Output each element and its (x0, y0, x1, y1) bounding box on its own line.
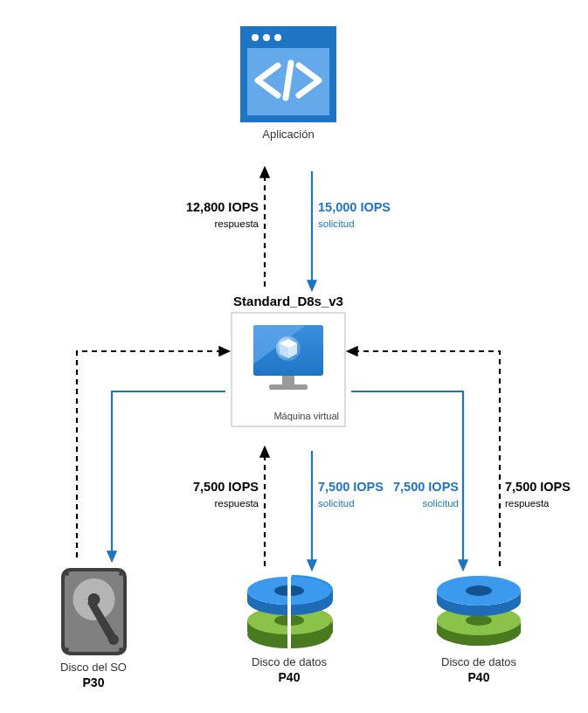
vm-to-app-response-sub: respuesta (214, 218, 259, 229)
svg-rect-32 (287, 573, 291, 654)
svg-rect-8 (282, 376, 294, 384)
data-disk-2-icon (437, 576, 521, 646)
svg-point-4 (274, 34, 281, 41)
hard-disk-icon (61, 568, 127, 655)
svg-point-17 (119, 572, 122, 576)
disk1-response-sub: respuesta (214, 498, 259, 509)
data-disk-1-model: P40 (279, 670, 301, 684)
svg-point-19 (119, 647, 122, 651)
disk1-request-sub: solicitud (318, 498, 355, 509)
application-label: Aplicación (262, 128, 314, 141)
svg-point-15 (108, 634, 119, 645)
vm-title-label: Standard_D8s_v3 (233, 294, 343, 308)
os-disk-node: Disco del SO P30 (60, 568, 127, 689)
disk2-response-sub: respuesta (505, 498, 550, 509)
disk1-request-value: 7,500 IOPS (318, 480, 384, 494)
disk2-request-sub: solicitud (422, 498, 459, 509)
application-icon (240, 26, 336, 122)
disk2-to-vm-response-arrow (351, 351, 500, 566)
vm-node: Máquina virtual (232, 313, 345, 426)
svg-point-18 (66, 647, 69, 651)
application-node: Aplicación (240, 26, 336, 141)
vm-sublabel: Máquina virtual (273, 411, 339, 421)
vm-to-app-response-value: 12,800 IOPS (186, 200, 259, 214)
svg-point-16 (66, 572, 69, 576)
osdisk-to-vm-response-arrow (77, 351, 225, 557)
data-disk-1-node: Disco de datos P40 (238, 572, 341, 684)
svg-point-37 (466, 585, 492, 596)
os-disk-label: Disco del SO (60, 661, 127, 674)
cube-icon (276, 336, 301, 361)
os-disk-model: P30 (83, 675, 105, 689)
vm-to-disk2-request-arrow (351, 391, 463, 566)
svg-point-3 (263, 34, 270, 41)
data-disk-2-label: Disco de datos (441, 655, 516, 668)
disk2-request-value: 7,500 IOPS (393, 480, 459, 494)
disk2-response-value: 7,500 IOPS (505, 480, 571, 494)
svg-rect-9 (269, 384, 308, 390)
vm-to-osdisk-request-arrow (112, 391, 225, 557)
data-disk-2-model: P40 (468, 670, 490, 684)
app-to-vm-request-value: 15,000 IOPS (318, 200, 391, 214)
svg-point-35 (466, 615, 492, 626)
data-disk-1-label: Disco de datos (252, 655, 327, 668)
app-to-vm-request-sub: solicitud (318, 218, 355, 229)
data-disk-2-node: Disco de datos P40 (437, 576, 521, 684)
architecture-diagram: Aplicación 12,800 IOPS respuesta 15,000 … (0, 0, 588, 713)
svg-point-2 (252, 34, 259, 41)
disk1-response-value: 7,500 IOPS (193, 480, 259, 494)
